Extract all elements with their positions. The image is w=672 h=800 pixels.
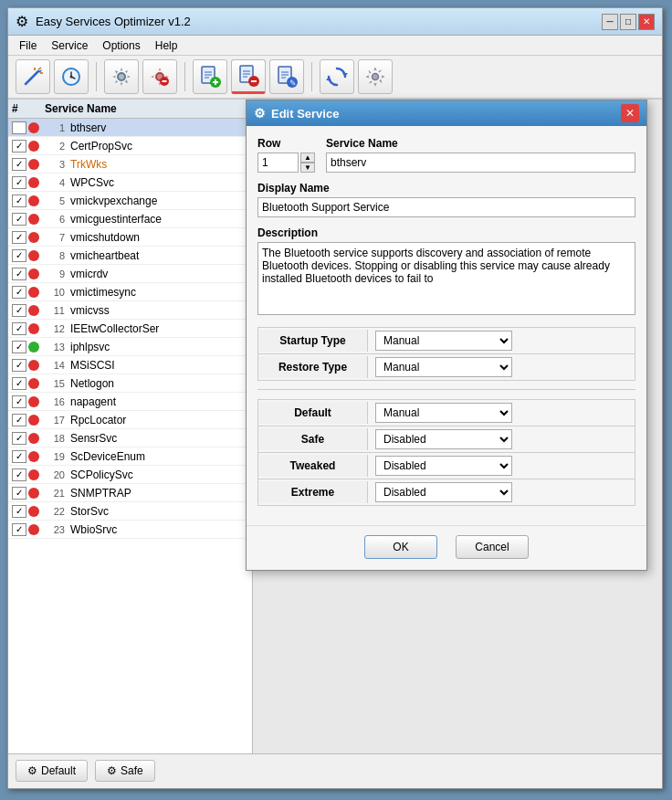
menu-service[interactable]: Service (44, 37, 95, 54)
list-item[interactable]: 1bthserv (8, 119, 252, 137)
default-button[interactable]: ⚙ Default (16, 760, 88, 782)
list-item[interactable]: ✓14MSiSCSI (8, 356, 252, 374)
row-checkbox[interactable]: ✓ (12, 487, 26, 500)
list-item[interactable]: ✓19ScDeviceEnum (8, 447, 252, 466)
minimize-button[interactable]: ─ (602, 14, 618, 30)
row-checkbox[interactable] (12, 121, 26, 134)
row-checkbox[interactable]: ✓ (12, 304, 26, 317)
list-item[interactable]: ✓4WPCSvc (8, 174, 252, 192)
tweaked-opt-select[interactable]: Manual Automatic Disabled (375, 456, 512, 476)
row-checkbox[interactable]: ✓ (12, 341, 26, 353)
menu-help[interactable]: Help (148, 37, 185, 54)
remove-doc-button[interactable] (231, 59, 266, 94)
row-number: 16 (43, 396, 65, 407)
row-checkbox[interactable]: ✓ (12, 505, 26, 518)
description-textarea[interactable]: The Bluetooth service supports discovery… (257, 242, 635, 315)
row-number: 7 (43, 232, 65, 243)
row-checkbox[interactable]: ✓ (12, 286, 26, 299)
startup-type-select[interactable]: Manual Automatic Disabled Automatic (Del… (375, 331, 512, 351)
list-item[interactable]: ✓6vmicguestinterface (8, 210, 252, 228)
default-label: Default (41, 764, 76, 777)
row-checkbox[interactable]: ✓ (12, 468, 26, 481)
row-number: 17 (43, 415, 65, 426)
refresh-button[interactable] (320, 59, 354, 94)
list-item[interactable]: ✓13iphlpsvc (8, 338, 252, 356)
row-service-name-row: Row ▲ ▼ Service Name (257, 137, 635, 173)
row-service-name: SCPolicySvc (70, 468, 248, 481)
restore-type-select[interactable]: Manual Automatic Disabled (375, 357, 512, 377)
row-checkbox[interactable]: ✓ (12, 377, 26, 390)
row-checkbox[interactable]: ✓ (12, 249, 26, 262)
list-item[interactable]: ✓17RpcLocator (8, 411, 252, 429)
row-input-group: ▲ ▼ (257, 153, 315, 173)
row-checkbox[interactable]: ✓ (12, 158, 26, 171)
row-checkbox[interactable]: ✓ (12, 268, 26, 280)
list-item[interactable]: ✓9vmicrdv (8, 265, 252, 283)
row-checkbox[interactable]: ✓ (12, 195, 26, 207)
add-doc-button[interactable] (193, 59, 227, 94)
dialog-close-button[interactable]: ✕ (621, 104, 639, 122)
wand-button[interactable] (16, 59, 50, 94)
menu-options[interactable]: Options (95, 37, 147, 54)
status-dot (28, 342, 39, 353)
row-checkbox[interactable]: ✓ (12, 450, 26, 463)
service-name-input[interactable] (326, 153, 635, 173)
cancel-button[interactable]: Cancel (456, 535, 529, 559)
restore-type-row: Restore Type Manual Automatic Disabled (257, 353, 635, 381)
optimization-section: Default Manual Automatic Disabled Safe M… (257, 399, 635, 506)
maximize-button[interactable]: □ (620, 14, 636, 30)
row-checkbox[interactable]: ✓ (12, 523, 26, 536)
clock-button[interactable] (54, 59, 89, 94)
row-checkbox[interactable]: ✓ (12, 414, 26, 426)
list-item[interactable]: ✓22StorSvc (8, 502, 252, 521)
row-checkbox[interactable]: ✓ (12, 322, 26, 335)
close-button[interactable]: ✕ (638, 14, 655, 30)
app-title: Easy Services Optimizer v1.2 (36, 15, 602, 28)
menu-file[interactable]: File (12, 37, 44, 54)
default-opt-select[interactable]: Manual Automatic Disabled (375, 403, 512, 423)
safe-opt-value: Manual Automatic Disabled (368, 426, 635, 452)
row-checkbox[interactable]: ✓ (12, 213, 26, 226)
description-label: Description (257, 226, 635, 239)
row-checkbox[interactable]: ✓ (12, 176, 26, 189)
list-item[interactable]: ✓5vmickvpexchange (8, 192, 252, 210)
list-item[interactable]: ✓3TrkWks (8, 155, 252, 174)
row-checkbox[interactable]: ✓ (12, 231, 26, 244)
settings-button[interactable] (358, 59, 393, 94)
list-item[interactable]: ✓21SNMPTRAP (8, 484, 252, 502)
list-item[interactable]: ✓20SCPolicySvc (8, 466, 252, 484)
list-item[interactable]: ✓18SensrSvc (8, 429, 252, 447)
cog1-button[interactable] (104, 59, 139, 94)
row-service-name: vmicshutdown (70, 231, 248, 244)
edit-doc-button[interactable]: ✎ (269, 59, 304, 94)
list-item[interactable]: ✓8vmicheartbeat (8, 247, 252, 265)
row-checkbox[interactable]: ✓ (12, 359, 26, 372)
row-service-name: iphlpsvc (70, 341, 248, 353)
spin-up-button[interactable]: ▲ (300, 153, 315, 163)
row-checkbox[interactable]: ✓ (12, 140, 26, 153)
list-item[interactable]: ✓16napagent (8, 393, 252, 411)
status-dot (28, 177, 39, 188)
list-item[interactable]: ✓23WbioSrvc (8, 521, 252, 539)
ok-button[interactable]: OK (364, 535, 437, 559)
safe-button[interactable]: ⚙ Safe (95, 760, 155, 782)
list-item[interactable]: ✓11vmicvss (8, 301, 252, 320)
extreme-opt-select[interactable]: Manual Automatic Disabled (375, 482, 512, 502)
list-item[interactable]: ✓10vmictimesync (8, 283, 252, 301)
row-checkbox[interactable]: ✓ (12, 432, 26, 445)
row-checkbox[interactable]: ✓ (12, 395, 26, 408)
spin-down-button[interactable]: ▼ (300, 163, 315, 173)
list-item[interactable]: ✓2CertPropSvc (8, 137, 252, 155)
list-item[interactable]: ✓12IEEtwCollectorSer (8, 320, 252, 338)
list-item[interactable]: ✓15Netlogon (8, 374, 252, 393)
row-number: 6 (43, 214, 65, 225)
tweaked-opt-value: Manual Automatic Disabled (368, 453, 635, 479)
list-item[interactable]: ✓7vmicshutdown (8, 228, 252, 247)
display-name-input[interactable] (257, 197, 635, 217)
cog2-button[interactable] (142, 59, 177, 94)
row-input[interactable] (257, 153, 299, 173)
row-service-name: vmicrdv (70, 268, 248, 280)
safe-opt-select[interactable]: Manual Automatic Disabled (375, 429, 512, 449)
default-opt-label: Default (258, 402, 368, 424)
svg-point-8 (70, 76, 73, 79)
